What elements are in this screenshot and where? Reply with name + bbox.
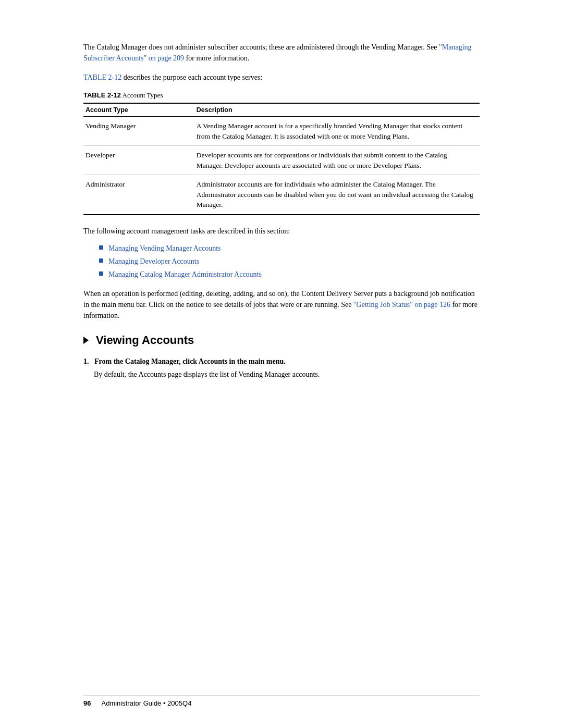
table-ref-suffix: describes the purpose each account type … xyxy=(121,73,262,81)
step-1-description: By default, the Accounts page displays t… xyxy=(94,369,480,380)
intro-text-end: for more information. xyxy=(184,54,249,62)
description-cell: Developer accounts are for corporations … xyxy=(194,146,480,175)
table-ref-link[interactable]: TABLE 2-12 xyxy=(83,73,121,81)
task-link[interactable]: Managing Catalog Manager Administrator A… xyxy=(108,269,262,280)
table-row: Administrator Administrator accounts are… xyxy=(83,175,480,215)
triangle-icon xyxy=(83,337,89,344)
description-cell: A Vending Manager account is for a speci… xyxy=(194,117,480,146)
step-1: 1. From the Catalog Manager, click Accou… xyxy=(83,357,480,380)
step-1-body: By default, the Accounts page displays t… xyxy=(94,369,480,380)
table-caption: TABLE 2-12 Account Types xyxy=(83,91,480,100)
account-type-cell: Vending Manager xyxy=(83,117,194,146)
step-1-number: 1. xyxy=(83,357,89,365)
task-link[interactable]: Managing Vending Manager Accounts xyxy=(108,243,221,254)
footer-page-number: 96 xyxy=(83,699,91,707)
table-row: Developer Developer accounts are for cor… xyxy=(83,146,480,175)
bullet-icon xyxy=(99,258,103,263)
page-content: The Catalog Manager does not administer … xyxy=(0,0,563,427)
table-caption-text: Account Types xyxy=(121,91,163,99)
following-paragraph: The following account management tasks a… xyxy=(83,226,480,237)
footer-title: Administrator Guide • 2005Q4 xyxy=(101,699,191,707)
step-1-text: From the Catalog Manager, click Accounts… xyxy=(94,357,286,365)
table-header-row: Account Type Description xyxy=(83,103,480,117)
table-row: Vending Manager A Vending Manager accoun… xyxy=(83,117,480,146)
viewing-accounts-heading: Viewing Accounts xyxy=(83,334,480,347)
task-link[interactable]: Managing Developer Accounts xyxy=(108,256,199,267)
operation-paragraph: When an operation is performed (editing,… xyxy=(83,288,480,321)
table-caption-bold: TABLE 2-12 xyxy=(83,91,121,99)
account-type-cell: Developer xyxy=(83,146,194,175)
list-item: Managing Vending Manager Accounts xyxy=(99,243,480,254)
intro-paragraph: The Catalog Manager does not administer … xyxy=(83,42,480,64)
job-status-link[interactable]: "Getting Job Status" on page 126 xyxy=(353,301,450,309)
list-item: Managing Developer Accounts xyxy=(99,256,480,267)
account-type-cell: Administrator xyxy=(83,175,194,215)
section-heading-text: Viewing Accounts xyxy=(96,334,194,347)
step-1-label: 1. From the Catalog Manager, click Accou… xyxy=(83,357,480,366)
col-description-header: Description xyxy=(194,103,480,117)
tasks-list: Managing Vending Manager Accounts Managi… xyxy=(99,243,480,280)
page-footer: 96 Administrator Guide • 2005Q4 xyxy=(83,696,480,707)
bullet-icon xyxy=(99,245,103,250)
description-cell: Administrator accounts are for individua… xyxy=(194,175,480,215)
col-account-type-header: Account Type xyxy=(83,103,194,117)
account-types-table: Account Type Description Vending Manager… xyxy=(83,103,480,215)
intro-text-1: The Catalog Manager does not administer … xyxy=(83,43,439,51)
table-ref-line: TABLE 2-12 describes the purpose each ac… xyxy=(83,72,480,83)
list-item: Managing Catalog Manager Administrator A… xyxy=(99,269,480,280)
bullet-icon xyxy=(99,272,103,276)
